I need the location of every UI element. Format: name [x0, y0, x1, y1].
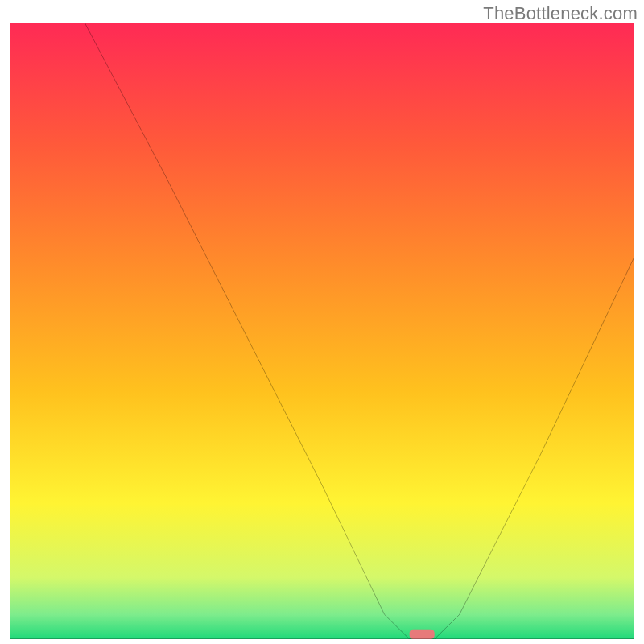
optimum-marker	[410, 630, 435, 639]
chart-background	[10, 23, 634, 639]
watermark-text: TheBottleneck.com	[483, 3, 638, 24]
chart-svg	[10, 23, 634, 639]
